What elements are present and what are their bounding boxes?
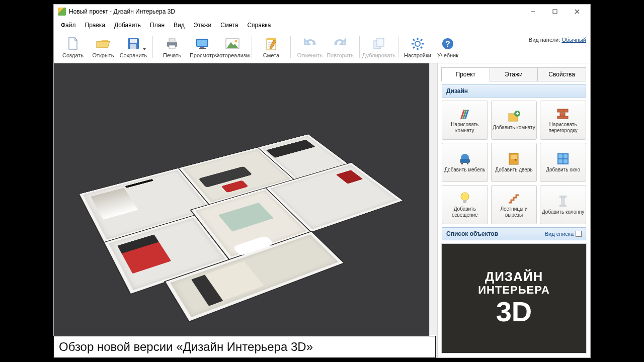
add-room-button[interactable]: Добавить комнату [491, 101, 537, 140]
titlebar: Новый проект - Дизайн Интерьера 3D [54, 5, 590, 19]
menu-floors[interactable]: Этажи [190, 20, 215, 31]
print-button[interactable]: Печать [157, 34, 187, 60]
list-mode-icon [576, 231, 582, 237]
minimize-button[interactable] [522, 5, 544, 18]
redo-icon [332, 36, 349, 51]
design-grid: Нарисовать комнату Добавить комнату Нари… [442, 101, 586, 224]
side-panel: Проект Этажи Свойства Дизайн Нарисовать … [437, 63, 590, 357]
close-button[interactable] [566, 5, 588, 18]
list-mode-toggle[interactable]: Вид списка [545, 231, 582, 237]
add-furniture-button[interactable]: Добавить мебель [442, 143, 488, 182]
svg-line-32 [413, 47, 415, 48]
tab-properties[interactable]: Свойства [537, 67, 586, 81]
svg-point-47 [515, 159, 517, 160]
svg-line-29 [413, 39, 415, 41]
panel-mode: Вид панели: Обычный [529, 34, 586, 43]
svg-line-30 [421, 47, 422, 48]
photoreal-button[interactable]: Фотореализм [217, 34, 248, 60]
tutorial-button[interactable]: ? Учебник [433, 34, 463, 60]
duplicate-icon [370, 36, 387, 51]
brick-wall-icon [556, 107, 570, 120]
undo-button[interactable]: Отменить [295, 34, 325, 60]
svg-rect-52 [463, 200, 466, 203]
floppy-disk-icon [125, 36, 142, 51]
svg-rect-39 [560, 113, 565, 116]
create-button[interactable]: Создать [58, 34, 88, 60]
app-window: Новый проект - Дизайн Интерьера 3D Файл … [53, 4, 591, 358]
draw-room-button[interactable]: Нарисовать комнату [442, 101, 488, 140]
objects-section-header: Список объектов Вид списка [442, 227, 586, 240]
column-icon [556, 195, 570, 208]
add-lighting-button[interactable]: Добавить освещение [442, 185, 488, 224]
save-button[interactable]: Сохранить [118, 34, 148, 60]
menu-edit[interactable]: Правка [81, 20, 110, 31]
stairs-icon [507, 192, 521, 205]
add-window-button[interactable]: Добавить окно [540, 143, 586, 182]
chevron-down-icon [143, 48, 146, 50]
viewport-3d[interactable] [54, 63, 437, 357]
armchair-icon [458, 152, 472, 165]
notepad-icon [263, 36, 280, 51]
maximize-button[interactable] [544, 5, 566, 18]
side-tabs: Проект Этажи Свойства [442, 67, 586, 81]
svg-rect-18 [267, 38, 276, 40]
svg-rect-9 [169, 45, 175, 49]
svg-rect-23 [377, 38, 384, 46]
open-button[interactable]: Открыть [88, 34, 118, 60]
gear-icon [409, 36, 426, 51]
menu-add[interactable]: Добавить [110, 20, 145, 31]
svg-rect-13 [199, 48, 206, 49]
add-door-button[interactable]: Добавить дверь [491, 143, 537, 182]
svg-rect-44 [467, 163, 468, 164]
pencils-icon [458, 107, 472, 120]
svg-rect-40 [557, 116, 562, 119]
window-controls [522, 5, 588, 18]
door-icon [507, 152, 521, 165]
draw-partition-button[interactable]: Нарисовать перегородку [540, 101, 586, 140]
undo-icon [301, 36, 318, 51]
svg-rect-6 [130, 44, 136, 49]
add-column-button[interactable]: Добавить колонну [540, 185, 586, 224]
menu-help[interactable]: Справка [243, 20, 275, 31]
svg-rect-8 [169, 39, 175, 42]
photo-icon [224, 36, 241, 51]
svg-rect-1 [553, 10, 557, 14]
menu-plan[interactable]: План [146, 20, 169, 31]
svg-rect-12 [200, 47, 204, 48]
printer-icon [164, 36, 181, 51]
svg-point-24 [415, 41, 420, 46]
tab-floors[interactable]: Этажи [490, 67, 538, 81]
scrollbar-vertical[interactable] [429, 63, 437, 357]
svg-rect-55 [559, 205, 567, 207]
window-title: Новый проект - Дизайн Интерьера 3D [69, 8, 175, 15]
svg-point-51 [461, 193, 469, 201]
tab-project[interactable]: Проект [441, 67, 490, 81]
preview-button[interactable]: Просмотр [187, 34, 217, 60]
stairs-cutouts-button[interactable]: Лестницы и вырезы [491, 185, 537, 224]
redo-button[interactable]: Повторить [325, 34, 355, 60]
settings-button[interactable]: Настройки [403, 34, 433, 60]
menu-estimate[interactable]: Смета [216, 20, 242, 31]
monitor-icon [194, 36, 211, 51]
help-icon: ? [439, 36, 456, 51]
svg-line-31 [421, 39, 422, 41]
video-caption: Обзор новой версии «Дизайн Интерьера 3D» [53, 336, 436, 358]
add-room-icon [507, 110, 521, 123]
client-area: Проект Этажи Свойства Дизайн Нарисовать … [54, 63, 590, 357]
estimate-button[interactable]: Смета [256, 34, 286, 60]
svg-rect-5 [130, 39, 137, 43]
menu-view[interactable]: Вид [170, 20, 189, 31]
floorplan-render [79, 134, 423, 322]
bulb-icon [458, 192, 472, 205]
svg-rect-42 [460, 159, 470, 163]
duplicate-button[interactable]: Дублировать [364, 34, 394, 60]
panel-mode-link[interactable]: Обычный [561, 37, 586, 43]
toolbar: Создать Открыть Сохранить Печать Просмот… [54, 32, 590, 63]
svg-rect-38 [563, 109, 568, 112]
svg-rect-37 [557, 109, 562, 112]
menubar: Файл Правка Добавить План Вид Этажи Смет… [54, 19, 590, 32]
design-section-header: Дизайн [442, 84, 586, 98]
window-icon [556, 152, 570, 165]
svg-rect-46 [511, 155, 517, 159]
menu-file[interactable]: Файл [57, 20, 80, 31]
